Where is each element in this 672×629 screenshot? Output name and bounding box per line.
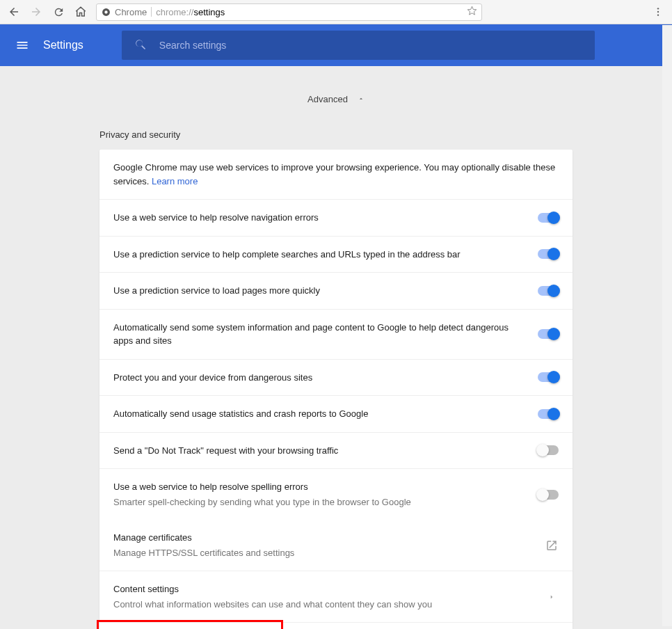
toggle-switch[interactable] xyxy=(538,286,559,296)
setting-label: Use a prediction service to load pages m… xyxy=(113,284,527,298)
svg-point-4 xyxy=(657,14,659,15)
toggle-switch[interactable] xyxy=(538,249,559,259)
intro-row: Google Chrome may use web services to im… xyxy=(99,150,573,200)
toggle-switch[interactable] xyxy=(538,213,559,223)
setting-sublabel: Smarter spell-checking by sending what y… xyxy=(113,495,527,509)
nav-sublabel: Control what information websites can us… xyxy=(113,598,534,612)
back-button[interactable] xyxy=(4,2,24,22)
setting-row: Protect you and your device from dangero… xyxy=(99,360,573,397)
site-chip-label: Chrome xyxy=(115,7,147,17)
chevron-up-icon xyxy=(358,94,365,104)
settings-header: Settings xyxy=(0,24,672,66)
setting-row: Use a prediction service to help complet… xyxy=(99,237,573,273)
settings-page: Advanced Privacy and security Google Chr… xyxy=(0,66,672,629)
section-title: Privacy and security xyxy=(99,129,573,140)
omnibox-separator xyxy=(151,7,152,17)
nav-row[interactable]: Manage certificatesManage HTTPS/SSL cert… xyxy=(99,520,573,571)
svg-point-1 xyxy=(104,10,107,13)
toggle-switch[interactable] xyxy=(538,329,559,339)
setting-label: Use a prediction service to help complet… xyxy=(113,248,527,262)
svg-point-3 xyxy=(657,11,659,13)
bookmark-star-icon[interactable] xyxy=(467,6,477,18)
intro-text: Google Chrome may use web services to im… xyxy=(113,161,559,188)
menu-icon[interactable] xyxy=(15,38,29,52)
site-chip-icon xyxy=(101,7,111,17)
search-field[interactable] xyxy=(122,31,595,60)
nav-label: Manage certificates xyxy=(113,531,534,545)
setting-row: Use a web service to help resolve spelli… xyxy=(99,469,573,520)
setting-row: Use a prediction service to load pages m… xyxy=(99,273,573,310)
advanced-toggle[interactable]: Advanced xyxy=(0,94,672,104)
setting-label: Send a "Do Not Track" request with your … xyxy=(113,444,527,458)
home-button[interactable] xyxy=(71,2,90,22)
toggle-switch[interactable] xyxy=(538,445,559,455)
header-title: Settings xyxy=(43,39,83,51)
svg-point-2 xyxy=(657,8,659,9)
chevron-right-icon xyxy=(545,590,559,604)
setting-row: Automatically send usage statistics and … xyxy=(99,396,573,433)
search-input[interactable] xyxy=(159,40,582,51)
nav-row[interactable]: Content settingsControl what information… xyxy=(99,571,573,623)
search-icon xyxy=(134,38,147,53)
setting-label: Protect you and your device from dangero… xyxy=(113,371,527,385)
learn-more-link[interactable]: Learn more xyxy=(152,176,198,186)
setting-row: Automatically send some system informati… xyxy=(99,310,573,360)
setting-row: Use a web service to help resolve naviga… xyxy=(99,200,573,237)
forward-button[interactable] xyxy=(26,2,46,22)
chrome-menu-button[interactable] xyxy=(648,2,668,22)
nav-label: Content settings xyxy=(113,582,534,596)
toggle-switch[interactable] xyxy=(538,409,559,419)
nav-sublabel: Manage HTTPS/SSL certificates and settin… xyxy=(113,546,534,560)
address-bar[interactable]: Chrome chrome://settings xyxy=(96,3,482,21)
privacy-card: Google Chrome may use web services to im… xyxy=(99,150,573,629)
nav-row[interactable]: Clear browsing dataClear history, cookie… xyxy=(99,623,573,629)
setting-label: Use a web service to help resolve naviga… xyxy=(113,211,527,225)
setting-label: Automatically send some system informati… xyxy=(113,321,527,348)
setting-label: Use a web service to help resolve spelli… xyxy=(113,480,527,494)
setting-label: Automatically send usage statistics and … xyxy=(113,407,527,421)
browser-toolbar: Chrome chrome://settings xyxy=(0,0,672,24)
vertical-scrollbar[interactable] xyxy=(662,25,672,626)
open-external-icon xyxy=(545,539,559,552)
url-text: chrome://settings xyxy=(156,7,225,17)
toggle-switch[interactable] xyxy=(538,490,559,500)
reload-button[interactable] xyxy=(49,2,68,22)
advanced-label: Advanced xyxy=(307,94,348,104)
toggle-switch[interactable] xyxy=(538,372,559,382)
setting-row: Send a "Do Not Track" request with your … xyxy=(99,433,573,470)
